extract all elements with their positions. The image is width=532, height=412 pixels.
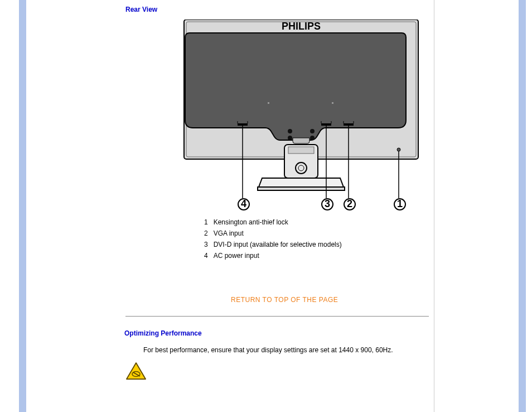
rear-view-figure: PHILIPS [178, 20, 424, 207]
warning-icon [125, 362, 147, 381]
svg-point-6 [298, 165, 304, 171]
svg-rect-21 [238, 123, 248, 126]
svg-point-10 [288, 136, 292, 140]
svg-rect-13 [332, 102, 333, 104]
legend-row: 4AC power input [204, 250, 347, 261]
rear-view-legend: 1Kensington anti-thief lock 2VGA input 3… [204, 217, 347, 261]
callout-2: 2 [344, 198, 356, 210]
svg-point-11 [310, 136, 315, 140]
section-divider [125, 316, 429, 317]
svg-point-9 [310, 129, 315, 133]
svg-rect-15 [344, 123, 354, 126]
svg-point-14 [397, 148, 400, 151]
legend-num: 2 [204, 228, 214, 239]
optimizing-performance-heading: Optimizing Performance [124, 329, 202, 337]
svg-rect-12 [268, 102, 269, 104]
legend-text: VGA input [214, 228, 347, 239]
svg-text:PHILIPS: PHILIPS [282, 21, 321, 32]
legend-row: 2VGA input [204, 228, 347, 239]
svg-rect-18 [321, 123, 331, 126]
left-sidebar-stripe [19, 0, 26, 412]
legend-row: 1Kensington anti-thief lock [204, 217, 347, 228]
rear-view-heading: Rear View [125, 6, 157, 13]
legend-num: 1 [204, 217, 214, 228]
return-to-top-link[interactable]: RETURN TO TOP OF THE PAGE [231, 296, 338, 304]
callout-1: 1 [394, 198, 406, 210]
legend-num: 4 [204, 250, 214, 261]
callout-3: 3 [321, 198, 333, 210]
legend-text: Kensington anti-thief lock [214, 217, 347, 228]
legend-num: 3 [204, 239, 214, 250]
legend-text: DVI-D input (available for selective mod… [214, 239, 347, 250]
legend-row: 3DVI-D input (available for selective mo… [204, 239, 347, 250]
legend-text: AC power input [214, 250, 347, 261]
svg-rect-7 [258, 187, 345, 190]
svg-rect-4 [288, 147, 314, 154]
right-divider [434, 0, 434, 412]
callout-4: 4 [238, 198, 250, 210]
right-sidebar-stripe [519, 0, 526, 412]
svg-point-8 [288, 129, 292, 133]
optimizing-performance-text: For best performance, ensure that your d… [143, 346, 422, 354]
